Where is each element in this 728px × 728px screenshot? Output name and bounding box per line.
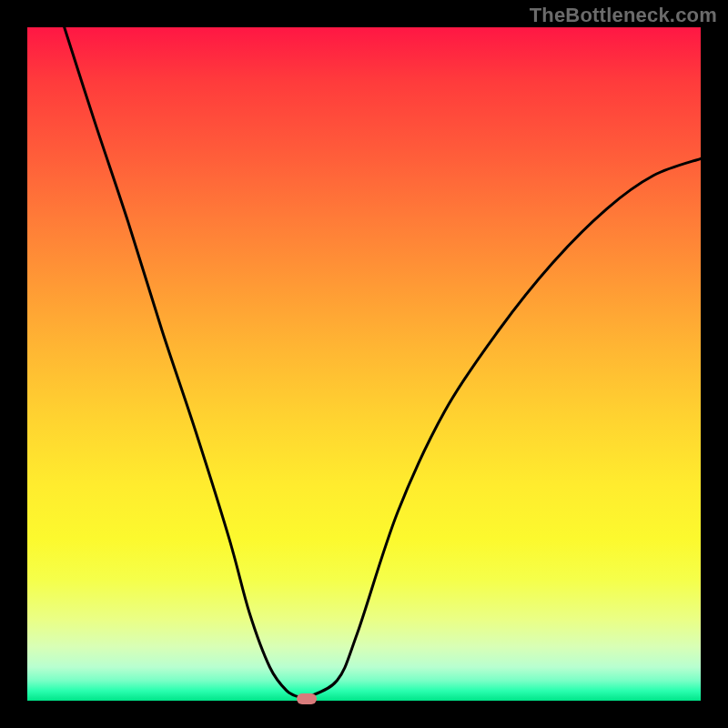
chart-frame: TheBottleneck.com (0, 0, 728, 728)
watermark-text: TheBottleneck.com (530, 4, 717, 27)
optimum-marker (297, 693, 317, 704)
plot-area (27, 27, 701, 701)
bottleneck-curve (27, 27, 701, 701)
